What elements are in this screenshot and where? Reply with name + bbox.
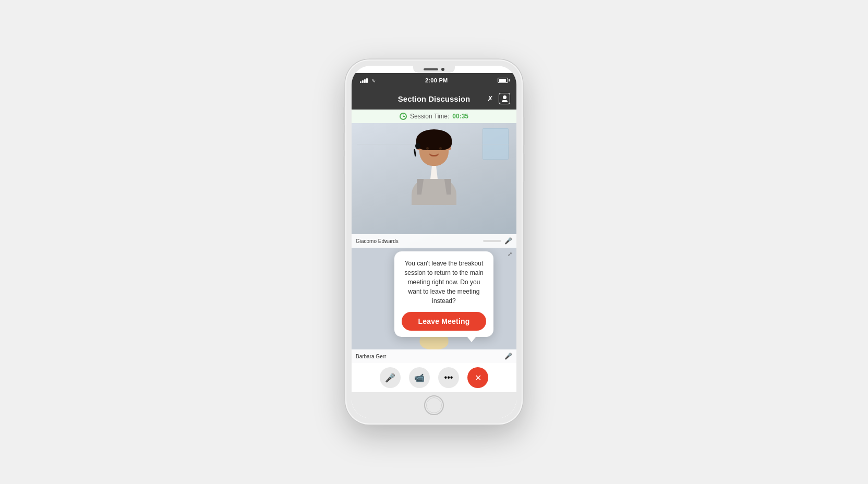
status-bar: ∿ 2:00 PM — [352, 73, 516, 88]
mic-button[interactable]: 🎤 — [380, 367, 401, 388]
phone-mockup: ∿ 2:00 PM Section Discussion ✗ — [345, 59, 523, 425]
speaker-slot — [424, 68, 438, 70]
video-button[interactable]: 📹 — [409, 367, 430, 388]
leave-meeting-button[interactable]: Leave Meeting — [402, 312, 486, 331]
video-container: Giacomo Edwards 🎤 ⤢ — [352, 123, 516, 363]
more-button[interactable]: ••• — [438, 367, 459, 388]
headset-mic-icon — [414, 149, 416, 156]
session-time: 00:35 — [452, 113, 468, 120]
status-right — [498, 78, 508, 83]
mic-green-icon: 🎤 — [504, 237, 512, 245]
camera-dot — [441, 68, 444, 71]
video-main: Giacomo Edwards 🎤 — [352, 123, 516, 248]
end-call-icon: ✕ — [475, 373, 481, 383]
nav-title: Section Discussion — [398, 94, 470, 103]
bluetooth-icon[interactable]: ✗ — [487, 94, 493, 103]
headset-ear-icon — [415, 143, 420, 149]
participant-label-main: Giacomo Edwards 🎤 — [352, 234, 516, 248]
end-call-button[interactable]: ✕ — [467, 367, 488, 388]
participant-label-secondary: Barbara Gerr 🎤 — [352, 349, 516, 363]
session-bar: Session Time: 00:35 — [352, 110, 516, 123]
bottom-toolbar: 🎤 📹 ••• ✕ — [352, 363, 516, 392]
signal-icon — [360, 78, 368, 83]
dialog-message: You can't leave the breakout session to … — [402, 259, 486, 306]
battery-icon — [498, 78, 508, 83]
expand-icon[interactable]: ⤢ — [508, 251, 512, 258]
clock-icon — [400, 113, 407, 120]
home-button[interactable] — [424, 395, 444, 415]
home-button-area — [352, 392, 516, 418]
participant-name-secondary: Barbara Gerr — [356, 354, 386, 359]
status-time: 2:00 PM — [425, 77, 448, 83]
session-label: Session Time: — [410, 113, 449, 120]
profile-icon[interactable] — [499, 93, 510, 104]
phone-notch — [413, 66, 455, 73]
mic-green-icon-secondary: 🎤 — [504, 353, 512, 360]
phone-screen: ∿ 2:00 PM Section Discussion ✗ — [352, 66, 516, 418]
participant-face-main — [412, 135, 456, 205]
volume-bar — [483, 240, 501, 242]
participant-name-main: Giacomo Edwards — [356, 238, 399, 244]
nav-icons: ✗ — [487, 93, 510, 104]
phone-frame: ∿ 2:00 PM Section Discussion ✗ — [345, 59, 523, 425]
wifi-icon: ∿ — [371, 78, 376, 83]
status-left: ∿ — [360, 78, 376, 83]
video-secondary: ⤢ You can't leave the breakout session t… — [352, 248, 516, 363]
leave-meeting-dialog: You can't leave the breakout session to … — [394, 251, 493, 337]
nav-bar: Section Discussion ✗ — [352, 88, 516, 110]
